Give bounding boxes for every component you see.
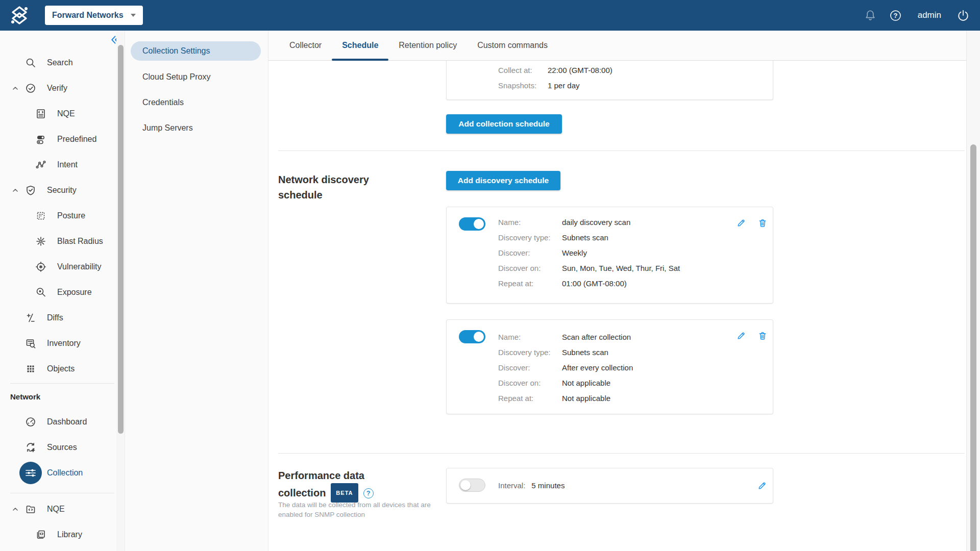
sidebar-item-label: NQE (57, 109, 75, 118)
add-collection-schedule-button[interactable]: Add collection schedule (446, 114, 562, 134)
sidebar-item-objects[interactable]: Objects (0, 356, 126, 382)
edit-schedule-button[interactable] (736, 218, 746, 228)
add-discovery-schedule-button[interactable]: Add discovery schedule (446, 171, 560, 190)
help-circle-icon[interactable]: ? (363, 488, 374, 498)
row-value: Scan after collection (562, 333, 631, 341)
row-value: 01:00 (GMT-08:00) (562, 279, 627, 288)
row-value: Subnets scan (562, 348, 608, 357)
row-value: Not applicable (562, 379, 610, 387)
row-value: Not applicable (562, 394, 610, 403)
tab-schedule[interactable]: Schedule (332, 31, 388, 60)
main-scrollbar-thumb[interactable] (970, 144, 976, 551)
row-label: Repeat at: (498, 279, 562, 288)
sidebar-item-label: Intent (57, 160, 78, 169)
sidebar-item-label: Sources (47, 443, 77, 452)
settings-nav-item-cloud-setup-proxy[interactable]: Cloud Setup Proxy (126, 64, 268, 90)
sidebar-item-label: Posture (57, 211, 85, 220)
sidebar-item-label: Verify (47, 84, 67, 93)
main-sidebar: Search Verify NQE Predefined Intent Secu… (0, 31, 126, 551)
schedule-enabled-toggle[interactable] (459, 330, 485, 343)
sidebar-item-diffs[interactable]: Diffs (0, 305, 126, 331)
tab-label: Retention policy (399, 41, 457, 50)
settings-nav-label: Jump Servers (142, 123, 193, 133)
card-row: Discover on: Sun, Mon, Tue, Wed, Thur, F… (498, 260, 680, 276)
delete-schedule-button[interactable] (757, 218, 768, 228)
sidebar-item-nqe[interactable]: NQE (0, 101, 126, 127)
notifications-button[interactable] (857, 0, 883, 31)
settings-nav-item-credentials[interactable]: Credentials (126, 90, 268, 115)
row-label: Collect at: (498, 66, 548, 74)
row-value: 22:00 (GMT-08:00) (548, 66, 612, 74)
card-row: Repeat at: Not applicable (498, 390, 633, 406)
sidebar-item-exposure[interactable]: Exposure (0, 280, 126, 305)
pencil-icon (736, 331, 746, 341)
tab-label: Custom commands (477, 41, 548, 50)
sidebar-item-posture[interactable]: Posture (0, 203, 126, 229)
sidebar-item-predefined[interactable]: Predefined (0, 127, 126, 152)
tab-custom-commands[interactable]: Custom commands (467, 31, 558, 60)
help-icon: ? (889, 9, 902, 22)
chevron-up-icon (11, 505, 19, 513)
sidebar-item-vulnerability[interactable]: Vulnerability (0, 254, 126, 280)
performance-enabled-toggle[interactable] (459, 479, 485, 492)
sidebar-item-verify[interactable]: Verify (0, 76, 126, 101)
collection-schedule-card: Collect at: 22:00 (GMT-08:00) Snapshots:… (446, 61, 773, 100)
top-bar: Forward Networks ? admin (0, 0, 980, 31)
edit-schedule-button[interactable] (736, 331, 746, 341)
row-value: 1 per day (548, 81, 580, 90)
card-row: Snapshots: 1 per day (498, 78, 773, 93)
card-row: Discovery type: Subnets scan (498, 344, 633, 360)
card-row: Discover: After every collection (498, 360, 633, 375)
sidebar-item-security[interactable]: Security (0, 178, 126, 203)
card-row: Collect at: 22:00 (GMT-08:00) (498, 62, 773, 78)
settings-nav-item-jump-servers[interactable]: Jump Servers (126, 115, 268, 141)
vulnerability-target-icon (35, 261, 46, 272)
search-icon (25, 57, 36, 68)
settings-nav-item-collection-settings[interactable]: Collection Settings (131, 41, 261, 61)
sidebar-item-sources[interactable]: Sources (0, 435, 126, 460)
pencil-icon (736, 218, 746, 228)
power-icon (957, 9, 969, 21)
sidebar-item-blast-radius[interactable]: Blast Radius (0, 229, 126, 254)
card-row: Discover: Weekly (498, 245, 680, 260)
sidebar-item-label: Dashboard (47, 417, 87, 427)
sidebar-item-search[interactable]: Search (0, 50, 126, 76)
tab-label: Schedule (342, 41, 378, 50)
sidebar-item-inventory[interactable]: Inventory (0, 331, 126, 356)
sidebar-item-intent[interactable]: Intent (0, 152, 126, 178)
row-value: 5 minutes (531, 481, 565, 490)
tab-retention-policy[interactable]: Retention policy (388, 31, 467, 60)
user-menu[interactable]: admin (909, 10, 950, 20)
security-shield-icon (25, 185, 36, 196)
sidebar-item-nqe-group[interactable]: NQE (0, 496, 126, 522)
sidebar-item-label: Vulnerability (57, 262, 102, 271)
help-button[interactable]: ? (883, 0, 909, 31)
chevron-up-icon (11, 84, 19, 92)
delete-schedule-button[interactable] (757, 331, 768, 341)
performance-subtext: The data will be collected from all devi… (278, 500, 431, 519)
network-selector-dropdown[interactable]: Forward Networks (45, 6, 143, 25)
sidebar-item-label: Objects (47, 364, 75, 373)
tab-collector[interactable]: Collector (279, 31, 332, 60)
content-divider (268, 31, 268, 551)
sidebar-item-label: Security (47, 186, 77, 195)
svg-text:?: ? (894, 11, 898, 19)
row-value: Weekly (562, 248, 587, 257)
row-label: Repeat at: (498, 394, 562, 403)
edit-interval-button[interactable] (757, 481, 767, 491)
sidebar-item-library[interactable]: Library (0, 522, 126, 547)
card-row: Discovery type: Subnets scan (498, 230, 680, 245)
exposure-eye-icon (35, 287, 46, 298)
row-label: Discover on: (498, 379, 562, 387)
sidebar-item-collection[interactable]: Collection (0, 460, 126, 486)
row-label: Discovery type: (498, 233, 562, 242)
performance-title: Performance data collectionBETA? (278, 468, 406, 503)
nqe-folder-icon (25, 504, 36, 515)
sidebar-item-dashboard[interactable]: Dashboard (0, 409, 126, 435)
sources-sync-gear-icon (25, 442, 36, 453)
schedule-enabled-toggle[interactable] (459, 217, 485, 231)
logout-button[interactable] (950, 0, 976, 31)
inventory-icon (25, 338, 36, 349)
sidebar-scrollbar-thumb[interactable] (118, 45, 124, 434)
sidebar-divider (10, 493, 114, 493)
